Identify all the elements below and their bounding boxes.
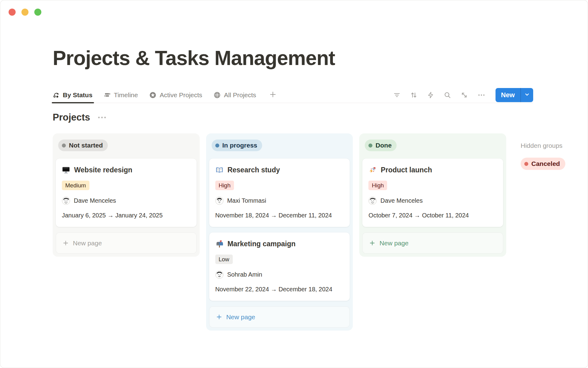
ellipsis-icon[interactable] — [97, 115, 107, 120]
card-date-range: November 18, 2024 → December 11, 2024 — [215, 211, 344, 220]
assignee-name: Sohrab Amin — [227, 271, 262, 278]
app-window: Projects & Tasks Management By Status — [0, 0, 588, 368]
new-button[interactable]: New — [496, 88, 533, 102]
status-pill-done[interactable]: Done — [365, 140, 397, 151]
tab-timeline[interactable]: Timeline — [104, 87, 138, 103]
tab-all-projects[interactable]: All Projects — [213, 87, 256, 103]
sort-icon[interactable] — [410, 91, 417, 99]
plus-icon — [62, 240, 69, 246]
view-toolbar: New — [393, 87, 533, 103]
card-title-text: Research study — [228, 166, 280, 174]
dave-avatar — [62, 197, 70, 205]
card-website-redesign[interactable]: Website redesign Medium — [56, 159, 197, 227]
column-in-progress: In progress — [206, 133, 353, 331]
section-title: Projects — [53, 112, 90, 123]
desktop-computer-icon — [62, 166, 70, 174]
status-label: Done — [375, 142, 392, 149]
rocket-icon — [368, 166, 377, 174]
card-marketing-campaign[interactable]: Marketing campaign Low — [209, 232, 350, 301]
assignee-name: Dave Menceles — [74, 197, 116, 204]
chevron-down-icon — [524, 91, 530, 99]
status-pill-canceled[interactable]: Canceled — [521, 158, 565, 170]
tab-label: By Status — [63, 91, 92, 99]
priority-badge: High — [215, 181, 234, 190]
maxi-avatar — [215, 197, 224, 205]
timeline-icon — [104, 91, 111, 98]
column-not-started: Not started — [53, 133, 200, 257]
tab-label: Timeline — [114, 91, 138, 99]
tab-label: All Projects — [224, 91, 256, 99]
automations-icon[interactable] — [427, 91, 434, 99]
status-dot — [524, 162, 528, 166]
card-product-launch[interactable]: Product launch High — [362, 159, 503, 227]
status-dot — [215, 144, 219, 148]
card-date-range: November 22, 2024 → December 18, 2024 — [215, 285, 344, 293]
kanban-board: Not started — [53, 133, 588, 331]
status-label: Canceled — [531, 160, 560, 167]
hidden-groups-section: Hidden groups Canceled — [521, 133, 588, 170]
status-pill-in-progress[interactable]: In progress — [212, 140, 262, 151]
globe-icon — [213, 91, 221, 99]
plus-icon — [369, 240, 375, 246]
card-date-range: January 6, 2025 → January 24, 2025 — [62, 211, 190, 220]
new-page-label: New page — [379, 240, 409, 247]
tab-label: Active Projects — [160, 91, 202, 99]
plus-icon — [216, 314, 222, 320]
zoom-window-button[interactable] — [34, 9, 41, 16]
new-page-button[interactable]: New page — [362, 232, 503, 254]
card-title-text: Website redesign — [74, 166, 132, 174]
minimize-window-button[interactable] — [21, 9, 28, 16]
new-button-label[interactable]: New — [496, 88, 520, 102]
status-board-icon — [53, 91, 60, 98]
card-title-text: Marketing campaign — [228, 240, 296, 248]
tab-by-status[interactable]: By Status — [53, 87, 92, 103]
status-label: Not started — [69, 142, 103, 149]
assignee-name: Maxi Tommasi — [227, 197, 266, 204]
view-tabs: By Status Timeline — [53, 87, 277, 103]
priority-badge: Medium — [62, 181, 89, 190]
card-research-study[interactable]: Research study High — [209, 159, 350, 227]
new-page-button[interactable]: New page — [56, 232, 197, 254]
filter-icon[interactable] — [393, 91, 401, 99]
add-view-button[interactable] — [269, 91, 277, 99]
more-options-icon[interactable] — [477, 91, 485, 99]
hidden-groups-label: Hidden groups — [521, 142, 588, 149]
status-pill-not-started[interactable]: Not started — [58, 140, 108, 151]
dave-avatar — [368, 197, 377, 205]
card-title-text: Product launch — [381, 166, 432, 174]
plus-icon — [269, 91, 277, 99]
expand-icon[interactable] — [461, 91, 468, 99]
new-page-button[interactable]: New page — [209, 306, 350, 328]
status-dot — [368, 144, 372, 148]
sohrab-avatar — [215, 270, 224, 279]
new-dropdown-button[interactable] — [520, 88, 533, 102]
new-page-label: New page — [226, 313, 255, 321]
card-date-range: October 7, 2024 → October 11, 2024 — [368, 211, 497, 220]
search-icon[interactable] — [444, 91, 451, 99]
priority-badge: High — [368, 181, 387, 190]
star-circle-icon — [149, 91, 156, 99]
mailbox-icon — [215, 240, 224, 248]
status-dot — [62, 144, 66, 148]
window-controls — [9, 9, 41, 16]
view-tabs-bar: By Status Timeline — [53, 87, 533, 103]
page-title: Projects & Tasks Management — [53, 45, 588, 71]
column-done: Done — [359, 133, 506, 257]
tab-active-projects[interactable]: Active Projects — [149, 87, 202, 103]
new-page-label: New page — [73, 240, 102, 247]
close-window-button[interactable] — [9, 9, 16, 16]
assignee-name: Dave Menceles — [380, 197, 423, 204]
status-label: In progress — [222, 142, 257, 149]
priority-badge: Low — [215, 255, 233, 264]
open-book-icon — [215, 166, 224, 174]
